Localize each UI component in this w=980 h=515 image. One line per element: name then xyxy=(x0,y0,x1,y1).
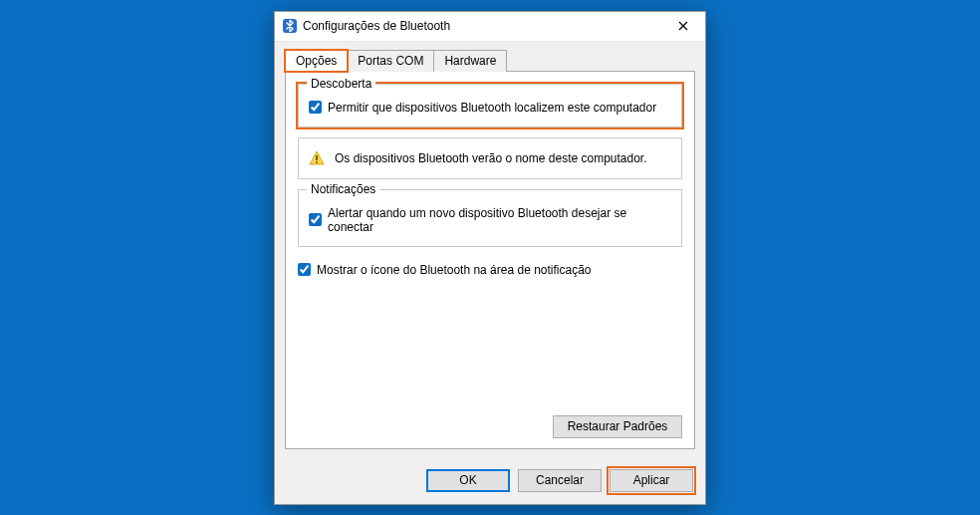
tab-label: Opções xyxy=(296,54,337,68)
notifications-checkbox-label: Alertar quando um novo dispositivo Bluet… xyxy=(328,206,671,234)
bluetooth-icon xyxy=(283,19,297,33)
restore-defaults-button[interactable]: Restaurar Padrões xyxy=(553,415,682,438)
notifications-checkbox-row[interactable]: Alertar quando um novo dispositivo Bluet… xyxy=(309,204,671,236)
titlebar: Configurações de Bluetooth xyxy=(275,12,705,42)
window-title: Configurações de Bluetooth xyxy=(303,19,663,33)
tab-label: Portas COM xyxy=(358,54,423,68)
tab-com-ports[interactable]: Portas COM xyxy=(347,50,434,72)
discovery-checkbox-label: Permitir que dispositivos Bluetooth loca… xyxy=(328,101,656,115)
tabstrip: Opções Portas COM Hardware xyxy=(285,50,695,72)
discovery-checkbox[interactable] xyxy=(309,101,322,114)
button-label: Aplicar xyxy=(633,473,670,487)
tab-options[interactable]: Opções xyxy=(285,50,348,72)
discovery-info: Os dispositivos Bluetooth verão o nome d… xyxy=(298,137,682,179)
button-label: Cancelar xyxy=(536,473,584,487)
svg-rect-0 xyxy=(316,155,318,160)
tab-label: Hardware xyxy=(444,54,496,68)
button-label: OK xyxy=(459,473,476,487)
discovery-checkbox-row[interactable]: Permitir que dispositivos Bluetooth loca… xyxy=(309,99,671,117)
tray-icon-row: Mostrar o ícone do Bluetooth na área de … xyxy=(298,257,682,279)
restore-defaults-row: Restaurar Padrões xyxy=(553,415,682,438)
tab-content-options: Descoberta Permitir que dispositivos Blu… xyxy=(285,71,695,449)
svg-rect-1 xyxy=(316,161,318,163)
discovery-info-text: Os dispositivos Bluetooth verão o nome d… xyxy=(335,151,647,165)
apply-button[interactable]: Aplicar xyxy=(610,469,693,492)
dialog-footer: OK Cancelar Aplicar xyxy=(275,459,705,504)
warning-icon xyxy=(309,150,325,166)
tray-checkbox-label: Mostrar o ícone do Bluetooth na área de … xyxy=(317,263,592,277)
discovery-group: Descoberta Permitir que dispositivos Blu… xyxy=(298,84,682,128)
button-label: Restaurar Padrões xyxy=(568,419,668,433)
bluetooth-settings-dialog: Configurações de Bluetooth Opções Portas… xyxy=(274,11,706,505)
tray-checkbox[interactable] xyxy=(298,263,311,276)
tab-hardware[interactable]: Hardware xyxy=(433,50,507,72)
cancel-button[interactable]: Cancelar xyxy=(518,469,602,492)
dialog-body: Opções Portas COM Hardware Descoberta Pe… xyxy=(275,42,705,459)
notifications-group: Notificações Alertar quando um novo disp… xyxy=(298,189,682,247)
close-button[interactable] xyxy=(663,12,703,40)
ok-button[interactable]: OK xyxy=(426,469,510,492)
notifications-checkbox[interactable] xyxy=(309,213,322,226)
notifications-legend: Notificações xyxy=(307,182,379,196)
discovery-legend: Descoberta xyxy=(307,77,375,91)
tray-checkbox-row[interactable]: Mostrar o ícone do Bluetooth na área de … xyxy=(298,261,682,279)
